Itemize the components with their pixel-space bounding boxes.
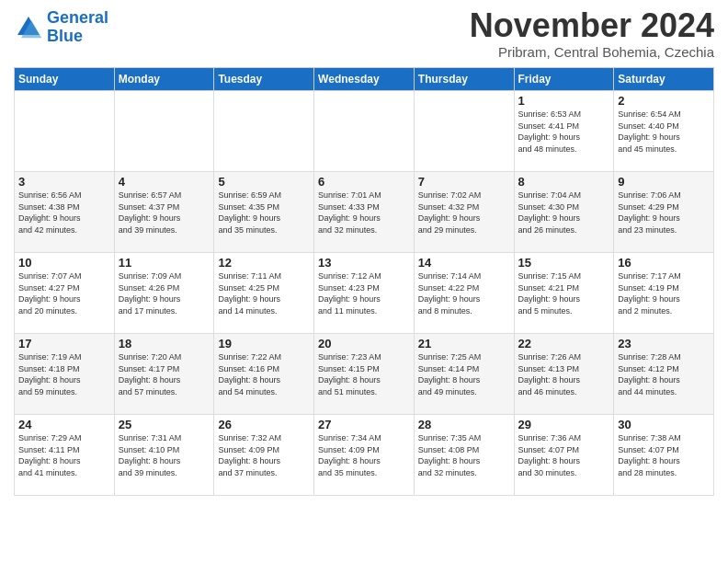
calendar-cell: 18Sunrise: 7:20 AMSunset: 4:17 PMDayligh… bbox=[114, 334, 214, 415]
month-title: November 2024 bbox=[470, 9, 714, 42]
calendar-cell: 17Sunrise: 7:19 AMSunset: 4:18 PMDayligh… bbox=[15, 334, 115, 415]
day-number: 6 bbox=[318, 175, 410, 189]
day-number: 9 bbox=[618, 175, 710, 189]
calendar-cell: 24Sunrise: 7:29 AMSunset: 4:11 PMDayligh… bbox=[15, 415, 115, 496]
location: Pribram, Central Bohemia, Czechia bbox=[470, 44, 714, 60]
day-number: 20 bbox=[318, 337, 410, 350]
day-info: Sunrise: 7:11 AMSunset: 4:25 PMDaylight:… bbox=[218, 270, 310, 316]
day-info: Sunrise: 7:29 AMSunset: 4:11 PMDaylight:… bbox=[18, 432, 110, 478]
logo-icon bbox=[14, 13, 43, 42]
day-number: 7 bbox=[418, 175, 510, 189]
col-monday: Monday bbox=[114, 68, 214, 91]
calendar-cell: 7Sunrise: 7:02 AMSunset: 4:32 PMDaylight… bbox=[414, 172, 514, 253]
day-number: 8 bbox=[518, 175, 610, 189]
calendar-cell: 22Sunrise: 7:26 AMSunset: 4:13 PMDayligh… bbox=[514, 334, 614, 415]
day-number: 1 bbox=[518, 94, 610, 108]
calendar-cell: 29Sunrise: 7:36 AMSunset: 4:07 PMDayligh… bbox=[514, 415, 614, 496]
page-header: General Blue November 2024 Pribram, Cent… bbox=[14, 9, 714, 60]
day-info: Sunrise: 6:57 AMSunset: 4:37 PMDaylight:… bbox=[119, 190, 210, 236]
day-info: Sunrise: 6:54 AMSunset: 4:40 PMDaylight:… bbox=[618, 109, 710, 155]
calendar-week-1: 1Sunrise: 6:53 AMSunset: 4:41 PMDaylight… bbox=[15, 91, 714, 172]
day-info: Sunrise: 7:25 AMSunset: 4:14 PMDaylight:… bbox=[418, 351, 510, 397]
day-number: 19 bbox=[218, 337, 310, 350]
calendar-cell: 20Sunrise: 7:23 AMSunset: 4:15 PMDayligh… bbox=[314, 334, 415, 415]
calendar-cell: 30Sunrise: 7:38 AMSunset: 4:07 PMDayligh… bbox=[614, 415, 714, 496]
calendar-cell: 16Sunrise: 7:17 AMSunset: 4:19 PMDayligh… bbox=[614, 253, 714, 334]
day-info: Sunrise: 7:38 AMSunset: 4:07 PMDaylight:… bbox=[618, 432, 710, 478]
col-wednesday: Wednesday bbox=[314, 68, 415, 91]
calendar-cell: 28Sunrise: 7:35 AMSunset: 4:08 PMDayligh… bbox=[414, 415, 514, 496]
logo: General Blue bbox=[14, 9, 108, 46]
col-thursday: Thursday bbox=[414, 68, 514, 91]
calendar-cell bbox=[314, 91, 415, 172]
calendar-cell bbox=[414, 91, 514, 172]
calendar-cell bbox=[214, 91, 314, 172]
calendar-cell: 12Sunrise: 7:11 AMSunset: 4:25 PMDayligh… bbox=[214, 253, 314, 334]
day-info: Sunrise: 7:17 AMSunset: 4:19 PMDaylight:… bbox=[618, 270, 710, 316]
day-info: Sunrise: 7:34 AMSunset: 4:09 PMDaylight:… bbox=[318, 432, 410, 478]
day-info: Sunrise: 6:59 AMSunset: 4:35 PMDaylight:… bbox=[218, 190, 310, 236]
day-number: 29 bbox=[518, 418, 610, 431]
calendar-cell: 13Sunrise: 7:12 AMSunset: 4:23 PMDayligh… bbox=[314, 253, 415, 334]
col-sunday: Sunday bbox=[15, 68, 115, 91]
day-info: Sunrise: 7:19 AMSunset: 4:18 PMDaylight:… bbox=[18, 351, 110, 397]
col-friday: Friday bbox=[514, 68, 614, 91]
day-info: Sunrise: 7:20 AMSunset: 4:17 PMDaylight:… bbox=[119, 351, 210, 397]
day-number: 15 bbox=[518, 256, 610, 270]
logo-line2: Blue bbox=[47, 27, 83, 45]
calendar-cell: 3Sunrise: 6:56 AMSunset: 4:38 PMDaylight… bbox=[15, 172, 115, 253]
day-info: Sunrise: 7:15 AMSunset: 4:21 PMDaylight:… bbox=[518, 270, 610, 316]
col-saturday: Saturday bbox=[614, 68, 714, 91]
calendar-cell: 25Sunrise: 7:31 AMSunset: 4:10 PMDayligh… bbox=[114, 415, 214, 496]
calendar-cell: 19Sunrise: 7:22 AMSunset: 4:16 PMDayligh… bbox=[214, 334, 314, 415]
calendar-cell: 5Sunrise: 6:59 AMSunset: 4:35 PMDaylight… bbox=[214, 172, 314, 253]
day-number: 10 bbox=[18, 256, 110, 270]
calendar-cell: 10Sunrise: 7:07 AMSunset: 4:27 PMDayligh… bbox=[15, 253, 115, 334]
day-number: 23 bbox=[618, 337, 710, 350]
calendar-cell: 26Sunrise: 7:32 AMSunset: 4:09 PMDayligh… bbox=[214, 415, 314, 496]
day-info: Sunrise: 7:35 AMSunset: 4:08 PMDaylight:… bbox=[418, 432, 510, 478]
day-info: Sunrise: 7:26 AMSunset: 4:13 PMDaylight:… bbox=[518, 351, 610, 397]
calendar-cell: 14Sunrise: 7:14 AMSunset: 4:22 PMDayligh… bbox=[414, 253, 514, 334]
day-number: 17 bbox=[18, 337, 110, 350]
day-number: 3 bbox=[18, 175, 110, 189]
day-info: Sunrise: 7:07 AMSunset: 4:27 PMDaylight:… bbox=[18, 270, 110, 316]
day-info: Sunrise: 7:36 AMSunset: 4:07 PMDaylight:… bbox=[518, 432, 610, 478]
day-info: Sunrise: 7:32 AMSunset: 4:09 PMDaylight:… bbox=[218, 432, 310, 478]
day-info: Sunrise: 6:53 AMSunset: 4:41 PMDaylight:… bbox=[518, 109, 610, 155]
day-number: 30 bbox=[618, 418, 710, 431]
calendar: Sunday Monday Tuesday Wednesday Thursday… bbox=[14, 67, 714, 496]
logo-line1: General bbox=[47, 8, 108, 27]
calendar-cell: 21Sunrise: 7:25 AMSunset: 4:14 PMDayligh… bbox=[414, 334, 514, 415]
day-number: 26 bbox=[218, 418, 310, 431]
title-block: November 2024 Pribram, Central Bohemia, … bbox=[470, 9, 714, 60]
day-number: 4 bbox=[119, 175, 210, 189]
day-number: 21 bbox=[418, 337, 510, 350]
day-info: Sunrise: 7:01 AMSunset: 4:33 PMDaylight:… bbox=[318, 190, 410, 236]
day-number: 25 bbox=[119, 418, 210, 431]
calendar-week-4: 17Sunrise: 7:19 AMSunset: 4:18 PMDayligh… bbox=[15, 334, 714, 415]
day-info: Sunrise: 7:04 AMSunset: 4:30 PMDaylight:… bbox=[518, 190, 610, 236]
calendar-week-5: 24Sunrise: 7:29 AMSunset: 4:11 PMDayligh… bbox=[15, 415, 714, 496]
calendar-cell: 1Sunrise: 6:53 AMSunset: 4:41 PMDaylight… bbox=[514, 91, 614, 172]
calendar-cell: 4Sunrise: 6:57 AMSunset: 4:37 PMDaylight… bbox=[114, 172, 214, 253]
day-number: 13 bbox=[318, 256, 410, 270]
calendar-cell: 11Sunrise: 7:09 AMSunset: 4:26 PMDayligh… bbox=[114, 253, 214, 334]
col-tuesday: Tuesday bbox=[214, 68, 314, 91]
day-number: 28 bbox=[418, 418, 510, 431]
calendar-cell: 2Sunrise: 6:54 AMSunset: 4:40 PMDaylight… bbox=[614, 91, 714, 172]
day-info: Sunrise: 7:12 AMSunset: 4:23 PMDaylight:… bbox=[318, 270, 410, 316]
day-info: Sunrise: 7:02 AMSunset: 4:32 PMDaylight:… bbox=[418, 190, 510, 236]
calendar-cell: 6Sunrise: 7:01 AMSunset: 4:33 PMDaylight… bbox=[314, 172, 415, 253]
logo-text: General Blue bbox=[47, 9, 108, 46]
day-number: 5 bbox=[218, 175, 310, 189]
day-number: 22 bbox=[518, 337, 610, 350]
calendar-cell: 27Sunrise: 7:34 AMSunset: 4:09 PMDayligh… bbox=[314, 415, 415, 496]
day-info: Sunrise: 7:14 AMSunset: 4:22 PMDaylight:… bbox=[418, 270, 510, 316]
day-number: 24 bbox=[18, 418, 110, 431]
day-info: Sunrise: 7:28 AMSunset: 4:12 PMDaylight:… bbox=[618, 351, 710, 397]
calendar-cell: 23Sunrise: 7:28 AMSunset: 4:12 PMDayligh… bbox=[614, 334, 714, 415]
day-info: Sunrise: 7:06 AMSunset: 4:29 PMDaylight:… bbox=[618, 190, 710, 236]
calendar-cell bbox=[15, 91, 115, 172]
day-number: 11 bbox=[119, 256, 210, 270]
